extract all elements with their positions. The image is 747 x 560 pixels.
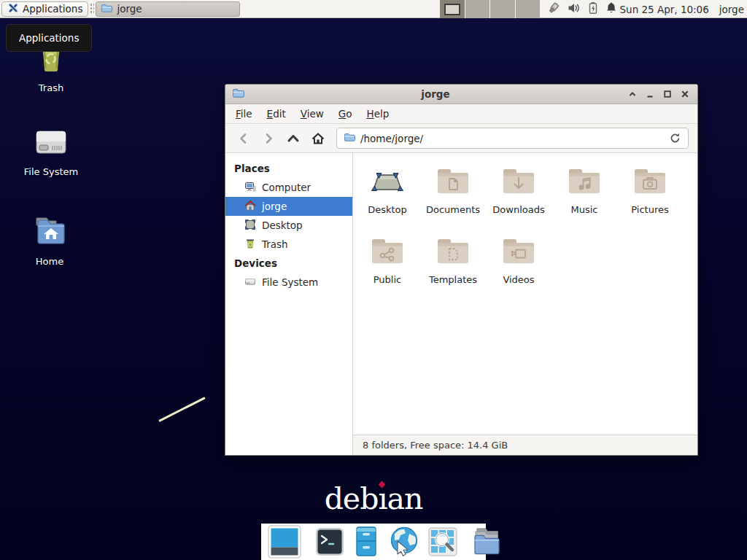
downloads-folder-icon [501,166,536,198]
toolbar: /home/jorge/ [225,124,697,153]
logo-text-post: an [387,481,423,516]
music-folder-icon [567,166,602,198]
sidebar-item-desktop[interactable]: Desktop [225,216,352,235]
forward-button[interactable] [256,127,281,150]
file-item-documents[interactable]: Documents [420,165,486,235]
file-item-videos[interactable]: Videos [486,235,551,305]
desktop-icon-file-system[interactable]: File System [16,125,86,177]
menu-help[interactable]: Help [360,104,397,123]
menu-go[interactable]: Go [331,104,360,123]
workspace-switcher [440,0,540,18]
sidebar-item-label: Trash [262,238,288,250]
desktop-preview-icon[interactable] [268,525,301,559]
maximize-button[interactable] [662,88,673,100]
menubar: File Edit View Go Help [225,104,697,124]
folder-stack-icon[interactable] [471,526,505,558]
sidebar-item-label: jorge [262,201,287,212]
window-controls [627,88,691,100]
top-panel: Applications jorge [0,0,747,18]
desktop-icon-home[interactable]: Home [15,214,85,267]
sidebar-item-file-system[interactable]: File System [225,273,352,292]
file-label: Public [374,274,401,285]
terminal-icon[interactable] [314,526,345,557]
file-label: Templates [429,274,477,285]
bottom-dock [261,524,486,560]
workspace-4[interactable] [516,0,541,18]
file-label: Videos [503,274,534,285]
app-finder-icon[interactable] [427,526,458,557]
minimize-button[interactable] [644,88,656,100]
xfce-logo-icon [7,2,19,16]
clock[interactable]: Sun 25 Apr, 10:06 [620,4,709,15]
panel-handle[interactable] [90,3,94,15]
sidebar-item-computer[interactable]: Computer [225,178,352,197]
videos-folder-icon [501,236,536,268]
file-label: Documents [426,204,480,215]
debian-logo: debıan [0,481,747,516]
file-item-public[interactable]: Public [355,235,420,305]
main-column: Desktop Documents [353,153,697,455]
titlebar[interactable]: jorge [225,85,697,104]
sidebar-item-label: Computer [262,182,311,193]
taskbar-window-button[interactable]: jorge [96,1,240,17]
user-home-icon [244,200,256,214]
removable-device-icon[interactable] [546,1,561,18]
home-button[interactable] [306,127,330,150]
workspace-1[interactable] [440,0,465,18]
file-item-templates[interactable]: Templates [420,235,486,305]
shade-button[interactable] [627,88,638,100]
sidebar-header-devices: Devices [225,254,352,273]
location-bar[interactable]: /home/jorge/ [336,128,689,149]
file-cabinet-icon[interactable] [352,526,381,558]
desktop-icon-label: Trash [16,82,86,93]
documents-folder-icon [436,166,471,198]
statusbar: 8 folders, Free space: 14.4 GiB [353,435,697,455]
file-item-downloads[interactable]: Downloads [486,165,551,235]
folder-icon [101,2,112,16]
desktop-icon-label: Home [15,256,85,267]
reload-icon[interactable] [669,132,681,144]
public-folder-icon [370,236,405,268]
file-label: Desktop [368,204,407,215]
notifications-bell-icon[interactable] [605,1,617,17]
file-item-desktop[interactable]: Desktop [355,165,420,235]
panel-right-section: Sun 25 Apr, 10:06 jorge [620,0,745,18]
desktop-folder-icon [370,166,405,198]
file-view[interactable]: Desktop Documents [353,153,697,435]
back-button[interactable] [231,127,256,150]
sidebar: Places Computer [225,153,353,455]
drive-small-icon [244,276,256,289]
battery-icon[interactable] [587,1,599,18]
up-button[interactable] [281,127,306,150]
close-button[interactable] [679,88,691,100]
pictures-folder-icon [632,166,667,198]
workspace-2[interactable] [465,0,491,18]
desktop-scratch-line [158,397,206,422]
menu-edit[interactable]: Edit [260,104,293,123]
volume-icon[interactable] [568,2,581,17]
computer-icon [244,181,256,195]
file-manager-window: jorge File Edit View Go Help [225,84,698,456]
location-path[interactable]: /home/jorge/ [360,133,423,144]
file-item-pictures[interactable]: Pictures [617,165,683,235]
window-folder-icon [232,87,244,102]
taskbar-window-label: jorge [117,3,142,15]
system-tray [546,0,617,18]
workspace-3[interactable] [490,0,516,18]
applications-tooltip: Applications [6,24,92,52]
window-title: jorge [249,88,622,100]
sidebar-item-jorge[interactable]: jorge [225,197,352,216]
sidebar-item-label: File System [262,276,318,288]
applications-menu-button[interactable]: Applications [1,1,88,17]
file-label: Pictures [631,204,668,215]
menu-view[interactable]: View [293,104,331,123]
file-label: Music [571,204,598,215]
username-display: jorge [719,4,744,15]
file-item-music[interactable]: Music [551,165,617,235]
menu-file[interactable]: File [228,104,260,123]
web-browser-icon[interactable] [387,525,421,559]
desktop-icon-label: File System [16,166,86,177]
sidebar-item-trash[interactable]: Trash [225,235,352,254]
desktop-small-icon [244,219,256,233]
sidebar-header-places: Places [225,159,352,178]
